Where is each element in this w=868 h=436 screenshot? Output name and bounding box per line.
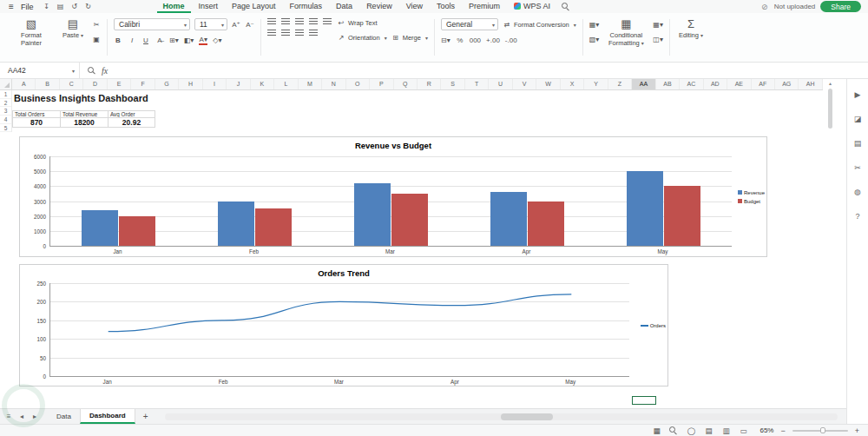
align-center-button[interactable] bbox=[281, 30, 290, 36]
formula-input[interactable] bbox=[114, 63, 868, 78]
row-header-3[interactable]: 3 bbox=[0, 107, 11, 116]
accounting-format-button[interactable]: ⊟▾ bbox=[441, 36, 450, 45]
vertical-scrollbar[interactable]: ▴ bbox=[826, 80, 834, 401]
column-header-f[interactable]: F bbox=[131, 79, 155, 89]
font-name-select[interactable]: Calibri ▾ bbox=[114, 18, 190, 30]
menu-tab-data[interactable]: Data bbox=[330, 1, 358, 13]
column-header-z[interactable]: Z bbox=[608, 79, 632, 89]
fill-color-button[interactable]: ◧▾ bbox=[184, 36, 194, 45]
file-menu[interactable]: File bbox=[21, 3, 34, 11]
decrease-decimal-button[interactable]: -.00 bbox=[505, 36, 517, 45]
scroll-up-icon[interactable]: ▴ bbox=[829, 80, 832, 87]
percent-format-button[interactable]: % bbox=[456, 36, 464, 45]
underline-button[interactable]: U bbox=[141, 36, 150, 45]
column-header-k[interactable]: K bbox=[251, 79, 274, 89]
align-top-button[interactable] bbox=[267, 18, 276, 24]
function-search-icon[interactable] bbox=[88, 67, 95, 75]
column-header-s[interactable]: S bbox=[441, 79, 464, 89]
column-header-m[interactable]: M bbox=[299, 79, 322, 89]
column-header-y[interactable]: Y bbox=[584, 79, 608, 89]
main-menu-icon[interactable]: ≡ bbox=[7, 2, 16, 11]
menu-tab-wps-ai[interactable]: WPS AI bbox=[508, 1, 556, 13]
record-macro-icon[interactable]: ◯ bbox=[687, 426, 695, 435]
paste-dropdown-icon[interactable]: ▾ bbox=[81, 33, 83, 38]
zoom-slider-thumb[interactable] bbox=[820, 427, 825, 433]
search-icon[interactable] bbox=[562, 3, 569, 10]
column-header-t[interactable]: T bbox=[465, 79, 489, 89]
align-bottom-button[interactable] bbox=[295, 18, 304, 24]
copy-icon[interactable]: ▣ bbox=[92, 35, 101, 44]
cell-style-button[interactable]: ▧▾ bbox=[589, 35, 600, 44]
format-conversion-button[interactable]: ⇄ Format Conversion ▾ bbox=[503, 20, 576, 30]
next-sheet-icon[interactable]: ▸ bbox=[30, 412, 39, 421]
format-painter-button[interactable]: ▧ Format Painter bbox=[9, 16, 54, 49]
redo-icon[interactable]: ↻ bbox=[84, 2, 93, 11]
find-icon[interactable] bbox=[669, 426, 678, 434]
merge-button[interactable]: ⊞ Merge ▾ bbox=[391, 33, 428, 43]
help-panel-icon[interactable]: ? bbox=[853, 211, 862, 221]
menu-tab-insert[interactable]: Insert bbox=[193, 1, 225, 13]
revenue-vs-budget-chart[interactable]: Revenue vs Budget 0100020003000400050006… bbox=[19, 136, 767, 257]
conditional-formatting-button[interactable]: ▦ Conditional Formatting▾ bbox=[603, 16, 648, 49]
indent-increase-button[interactable] bbox=[323, 18, 332, 24]
cut-icon[interactable]: ✂ bbox=[92, 20, 101, 30]
row-header-2[interactable]: 2 bbox=[0, 99, 11, 108]
column-header-b[interactable]: B bbox=[36, 79, 59, 89]
menu-tab-view[interactable]: View bbox=[400, 1, 429, 13]
row-header-4[interactable]: 4 bbox=[0, 116, 11, 124]
zoom-level[interactable]: 65% bbox=[760, 426, 773, 434]
comma-format-button[interactable]: 000 bbox=[470, 36, 481, 45]
align-middle-button[interactable] bbox=[281, 18, 290, 24]
select-all-corner[interactable] bbox=[0, 79, 12, 89]
page-break-preview-icon[interactable]: ▭ bbox=[739, 426, 747, 435]
column-header-c[interactable]: C bbox=[60, 79, 83, 89]
format-as-table-button[interactable]: ▦▾ bbox=[589, 20, 600, 30]
column-header-n[interactable]: N bbox=[322, 79, 345, 89]
zoom-out-button[interactable]: − bbox=[780, 426, 785, 435]
menu-tab-home[interactable]: Home bbox=[157, 1, 191, 13]
align-right-button[interactable] bbox=[295, 30, 304, 36]
zoom-slider[interactable] bbox=[792, 430, 848, 432]
column-header-ad[interactable]: AD bbox=[704, 79, 727, 89]
justify-button[interactable] bbox=[309, 30, 318, 36]
menu-tab-page-layout[interactable]: Page Layout bbox=[226, 1, 282, 13]
column-header-p[interactable]: P bbox=[370, 79, 393, 89]
paste-button[interactable]: ▤ Paste▾ bbox=[58, 16, 88, 42]
column-header-x[interactable]: X bbox=[561, 79, 584, 89]
column-header-r[interactable]: R bbox=[418, 79, 441, 89]
print-icon[interactable]: ▤ bbox=[56, 2, 65, 11]
column-header-ab[interactable]: AB bbox=[656, 79, 680, 89]
prev-sheet-icon[interactable]: ◂ bbox=[17, 412, 26, 421]
column-header-j[interactable]: J bbox=[227, 79, 250, 89]
save-icon[interactable]: ↧ bbox=[43, 2, 51, 11]
align-left-button[interactable] bbox=[267, 30, 276, 36]
menu-tab-premium[interactable]: Premium bbox=[463, 1, 506, 13]
strikethrough-button[interactable]: A̶ bbox=[155, 36, 164, 45]
column-header-af[interactable]: AF bbox=[752, 79, 775, 89]
column-header-d[interactable]: D bbox=[83, 79, 107, 89]
font-color-button[interactable]: A▾ bbox=[199, 36, 207, 45]
font-size-select[interactable]: 11 ▾ bbox=[194, 18, 227, 30]
borders-button[interactable]: ⊞▾ bbox=[169, 36, 179, 45]
sheet-grid[interactable]: 12345 Business Insights Dashboard Total … bbox=[0, 90, 823, 408]
column-header-q[interactable]: Q bbox=[394, 79, 418, 89]
column-header-w[interactable]: W bbox=[536, 79, 560, 89]
column-header-v[interactable]: V bbox=[513, 79, 536, 89]
column-header-aa[interactable]: AA bbox=[632, 79, 655, 89]
column-header-o[interactable]: O bbox=[346, 79, 370, 89]
column-header-e[interactable]: E bbox=[108, 79, 131, 89]
column-header-ah[interactable]: AH bbox=[799, 79, 822, 89]
sheet-list-icon[interactable]: ≡ bbox=[4, 412, 13, 421]
comment-panel-icon[interactable]: ◍ bbox=[853, 187, 862, 196]
column-header-i[interactable]: I bbox=[203, 79, 227, 89]
horizontal-scrollbar[interactable] bbox=[165, 413, 838, 420]
number-format-select[interactable]: General ▾ bbox=[441, 18, 498, 30]
screenshot-tool-icon[interactable]: ✂ bbox=[853, 162, 862, 172]
increase-decimal-button[interactable]: +.00 bbox=[486, 36, 500, 45]
share-button[interactable]: Share bbox=[820, 1, 861, 12]
normal-view-icon[interactable]: ▤ bbox=[704, 426, 713, 435]
orientation-button[interactable]: ↗ Orientation ▾ bbox=[337, 33, 387, 43]
row-header-5[interactable]: 5 bbox=[0, 124, 11, 133]
zoom-in-button[interactable]: + bbox=[855, 426, 859, 435]
selected-cell[interactable] bbox=[632, 396, 656, 405]
